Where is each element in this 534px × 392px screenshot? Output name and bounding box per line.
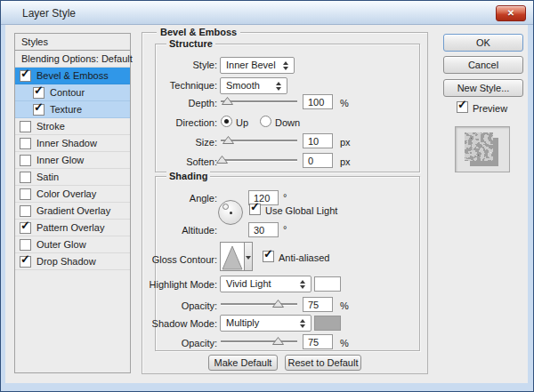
- soften-unit: px: [340, 156, 351, 167]
- sidebar-item-gradient-overlay[interactable]: Gradient Overlay: [15, 203, 130, 220]
- direction-down-radio[interactable]: [260, 116, 271, 127]
- sidebar-item-pattern-overlay[interactable]: ✓ Pattern Overlay: [15, 220, 130, 236]
- anti-aliased-checkbox[interactable]: ✓: [263, 251, 274, 262]
- drop-shadow-checkbox[interactable]: ✓: [20, 256, 31, 268]
- soften-slider-thumb[interactable]: [216, 155, 228, 163]
- bevel-emboss-panel: Bevel & Emboss Structure Style: Inner Be…: [142, 32, 428, 374]
- reset-to-default-button[interactable]: Reset to Default: [285, 355, 361, 371]
- highlight-opacity-unit: %: [340, 300, 349, 311]
- dial-angle-indicator[interactable]: [222, 204, 229, 210]
- sidebar-item-bevel-emboss[interactable]: ✓ Bevel & Emboss: [15, 68, 130, 84]
- soften-input[interactable]: [303, 153, 333, 168]
- preview-label: Preview: [473, 103, 507, 114]
- window-title: Layer Style: [22, 7, 76, 20]
- style-preview-box: [455, 126, 510, 172]
- highlight-opacity-input[interactable]: [303, 297, 333, 312]
- size-slider[interactable]: [221, 135, 297, 144]
- gradient-overlay-checkbox[interactable]: [20, 205, 31, 217]
- depth-unit: %: [340, 98, 349, 108]
- dialog-body: Styles Blending Options: Default ✓ Bevel…: [5, 25, 528, 383]
- satin-checkbox[interactable]: [20, 172, 31, 183]
- preview-checkbox[interactable]: ✓: [457, 101, 468, 113]
- sidebar-item-color-overlay[interactable]: Color Overlay: [15, 186, 130, 203]
- depth-input[interactable]: [303, 94, 333, 109]
- check-icon: ✓: [20, 67, 30, 80]
- depth-label: Depth:: [142, 98, 217, 108]
- close-button[interactable]: ✕: [496, 5, 526, 21]
- highlight-mode-dropdown[interactable]: Vivid Light: [220, 276, 312, 292]
- contour-checkbox[interactable]: ✓: [33, 87, 44, 99]
- depth-slider-thumb[interactable]: [222, 96, 233, 104]
- sidebar-item-styles[interactable]: Styles: [15, 34, 130, 51]
- use-global-light-label: Use Global Light: [265, 205, 337, 216]
- size-slider-thumb[interactable]: [222, 135, 234, 143]
- sidebar-item-stroke[interactable]: Stroke: [15, 118, 130, 135]
- texture-checkbox[interactable]: ✓: [33, 104, 44, 116]
- updown-arrows-icon: [300, 280, 306, 289]
- soften-slider[interactable]: [221, 155, 297, 164]
- sidebar-item-drop-shadow[interactable]: ✓ Drop Shadow: [15, 253, 130, 270]
- shadow-opacity-unit: %: [340, 338, 349, 348]
- use-global-light-checkbox[interactable]: ✓: [249, 204, 261, 215]
- dial-center-dot: [230, 212, 232, 214]
- shadow-opacity-input[interactable]: [303, 334, 333, 349]
- shadow-opacity-slider-thumb[interactable]: [272, 336, 284, 344]
- shading-legend: Shading: [166, 171, 210, 181]
- close-icon: ✕: [507, 8, 514, 18]
- gloss-contour-dropdown-arrow[interactable]: [245, 242, 253, 271]
- new-style-button[interactable]: New Style...: [443, 79, 523, 97]
- direction-down-label: Down: [275, 117, 300, 128]
- direction-up-radio[interactable]: [221, 116, 232, 127]
- shadow-mode-dropdown[interactable]: Multiply: [220, 315, 312, 332]
- gloss-contour-thumbnail[interactable]: [220, 242, 245, 271]
- updown-arrows-icon: [276, 82, 282, 91]
- angle-label: Angle:: [142, 193, 217, 204]
- style-preview-thumbnail: [465, 132, 493, 161]
- sidebar-item-inner-shadow[interactable]: Inner Shadow: [15, 135, 130, 152]
- angle-unit: °: [283, 192, 287, 203]
- altitude-input[interactable]: [248, 222, 279, 237]
- outer-glow-checkbox[interactable]: [20, 239, 31, 251]
- direction-label: Direction:: [142, 117, 217, 128]
- shadow-opacity-slider[interactable]: [221, 336, 297, 345]
- bevel-emboss-checkbox[interactable]: ✓: [20, 70, 31, 82]
- highlight-color-swatch[interactable]: [314, 276, 341, 292]
- inner-shadow-checkbox[interactable]: [20, 138, 31, 149]
- sidebar-item-inner-glow[interactable]: Inner Glow: [15, 152, 130, 169]
- shadow-mode-label: Shadow Mode:: [142, 318, 217, 329]
- stroke-checkbox[interactable]: [20, 121, 31, 132]
- angle-dial[interactable]: [218, 200, 243, 225]
- slider-track[interactable]: [221, 303, 297, 305]
- size-label: Size:: [142, 137, 217, 148]
- highlight-opacity-slider-thumb[interactable]: [272, 299, 284, 307]
- structure-legend: Structure: [166, 38, 215, 49]
- inner-glow-checkbox[interactable]: [20, 155, 31, 166]
- sidebar-item-texture[interactable]: ✓ Texture: [15, 101, 130, 118]
- style-dropdown[interactable]: Inner Bevel: [220, 57, 295, 74]
- make-default-button[interactable]: Make Default: [208, 355, 278, 371]
- highlight-mode-label: Highlight Mode:: [142, 279, 217, 290]
- title-bar[interactable]: Layer Style ✕: [1, 1, 533, 25]
- check-icon: ✓: [250, 200, 260, 213]
- updown-arrows-icon: [300, 319, 306, 328]
- shadow-color-swatch[interactable]: [314, 316, 341, 331]
- ok-button[interactable]: OK: [443, 34, 523, 52]
- slider-track[interactable]: [221, 340, 297, 342]
- sidebar-item-blending-options[interactable]: Blending Options: Default: [15, 51, 130, 68]
- cancel-button[interactable]: Cancel: [443, 56, 523, 74]
- depth-slider[interactable]: [221, 96, 297, 105]
- highlight-opacity-slider[interactable]: [221, 299, 297, 308]
- shadow-opacity-label: Opacity:: [142, 338, 217, 348]
- check-icon: ✓: [457, 98, 467, 111]
- slider-track[interactable]: [221, 159, 297, 161]
- anti-aliased-label: Anti-aliased: [279, 252, 329, 263]
- sidebar-item-satin[interactable]: Satin: [15, 169, 130, 186]
- pattern-overlay-checkbox[interactable]: ✓: [20, 222, 31, 234]
- color-overlay-checkbox[interactable]: [20, 188, 31, 200]
- soften-label: Soften:: [142, 156, 217, 167]
- sidebar-item-outer-glow[interactable]: Outer Glow: [15, 236, 130, 253]
- sidebar-item-contour[interactable]: ✓ Contour: [15, 84, 130, 101]
- technique-dropdown[interactable]: Smooth: [220, 77, 287, 94]
- size-input[interactable]: [303, 133, 333, 148]
- direction-up-label: Up: [236, 117, 248, 128]
